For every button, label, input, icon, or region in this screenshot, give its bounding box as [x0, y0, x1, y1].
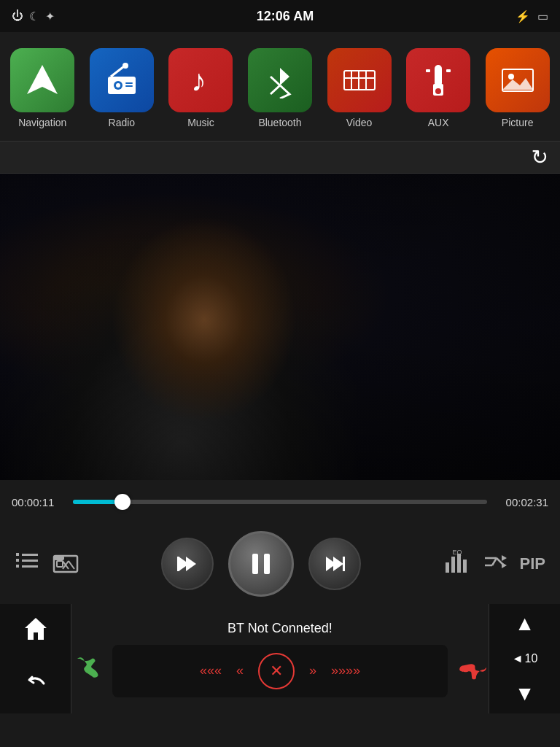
svg-line-52: [492, 558, 497, 565]
usb-icon: ⚡: [516, 9, 530, 23]
svg-marker-37: [186, 557, 196, 571]
svg-rect-16: [435, 65, 442, 87]
svg-rect-25: [16, 559, 19, 562]
volume-icon: ◄: [512, 652, 524, 665]
bt-controls: ««« « ✕ » »»»»: [112, 645, 448, 697]
progress-thumb[interactable]: [114, 494, 131, 510]
svg-point-7: [122, 63, 128, 69]
home-button[interactable]: [18, 611, 54, 652]
bt-status-text: BT Not Conneted!: [228, 621, 332, 636]
status-right-icons: ⚡ ▭: [516, 9, 548, 23]
pip-button[interactable]: PIP: [520, 554, 545, 573]
svg-rect-20: [446, 69, 451, 72]
current-time: 12:06 AM: [257, 9, 314, 24]
controls-area: EQ PIP: [0, 524, 560, 604]
volume-value: 10: [525, 652, 538, 665]
back-nav-button[interactable]: [18, 665, 54, 707]
svg-marker-55: [25, 618, 47, 640]
svg-line-10: [271, 85, 280, 94]
aux-icon: [406, 48, 470, 112]
svg-rect-26: [16, 565, 19, 568]
back-button[interactable]: ↺: [532, 145, 548, 169]
bt-prev-icon2: «: [236, 663, 244, 678]
svg-text:♪: ♪: [191, 63, 206, 98]
svg-point-22: [508, 74, 514, 80]
current-time-label: 00:00:11: [12, 496, 64, 508]
bt-reject-button[interactable]: ✕: [258, 653, 295, 689]
video-label: Video: [346, 117, 373, 128]
nav-buttons: [0, 604, 71, 713]
app-item-navigation[interactable]: Navigation: [10, 48, 74, 128]
pause-button[interactable]: [228, 531, 294, 597]
svg-rect-31: [54, 556, 64, 560]
svg-point-3: [116, 83, 120, 88]
app-item-aux[interactable]: AUX: [406, 48, 470, 128]
toolbar: ↺: [0, 142, 560, 174]
svg-rect-45: [451, 557, 455, 573]
volume-down-button[interactable]: ▼: [515, 682, 535, 705]
left-controls: [15, 549, 79, 579]
svg-rect-29: [22, 565, 38, 568]
svg-rect-24: [16, 553, 19, 556]
svg-rect-19: [426, 69, 430, 72]
picture-label: Picture: [502, 117, 534, 128]
next-button[interactable]: [308, 538, 361, 590]
video-player[interactable]: [0, 174, 560, 480]
folder-icon[interactable]: [52, 549, 79, 579]
svg-rect-43: [343, 557, 345, 571]
playback-controls: [161, 531, 361, 597]
status-bar: ⏻ ☾ ✦ 12:06 AM ⚡ ▭: [0, 0, 560, 32]
music-icon: ♪: [168, 48, 233, 112]
navigation-label: Navigation: [18, 117, 66, 128]
progress-area: 00:00:11 00:02:31: [0, 480, 560, 524]
end-call-button[interactable]: [459, 653, 489, 689]
navigation-icon: [10, 48, 74, 112]
bt-next-icon2: »»»»: [331, 663, 360, 678]
previous-button[interactable]: [161, 538, 214, 590]
shuffle-icon[interactable]: [482, 549, 508, 579]
brightness-icon[interactable]: ✦: [45, 9, 55, 23]
svg-marker-0: [27, 65, 58, 94]
total-time-label: 00:02:31: [496, 496, 548, 508]
svg-rect-5: [125, 85, 133, 87]
svg-rect-38: [177, 557, 179, 571]
volume-control: ▲ ◄ 10 ▼: [489, 604, 560, 713]
app-item-video[interactable]: Video: [327, 48, 392, 128]
app-item-picture[interactable]: Picture: [486, 48, 550, 128]
svg-rect-4: [125, 82, 133, 84]
bluetooth-label: Bluetooth: [258, 117, 301, 128]
svg-marker-42: [333, 557, 343, 571]
svg-rect-46: [457, 554, 461, 573]
picture-icon: [486, 48, 550, 112]
bottom-bar: BT Not Conneted! ««« « ✕ » »»»»: [0, 604, 560, 713]
music-label: Music: [187, 117, 214, 128]
svg-rect-44: [446, 562, 449, 573]
svg-rect-28: [22, 560, 38, 562]
power-icon[interactable]: ⏻: [12, 9, 23, 23]
moon-icon: ☾: [29, 9, 39, 23]
progress-track[interactable]: [73, 500, 487, 504]
svg-line-9: [271, 77, 280, 85]
svg-marker-23: [502, 78, 533, 90]
bt-prev-icon: «««: [200, 663, 222, 678]
eq-button[interactable]: EQ: [444, 549, 470, 579]
bt-next-icon: »: [309, 663, 316, 678]
answer-call-button[interactable]: [71, 653, 101, 689]
svg-rect-32: [57, 561, 63, 567]
app-grid: NavigationRadio♪MusicBluetoothVideoAUXPi…: [0, 32, 560, 142]
status-left-icons: ⏻ ☾ ✦: [12, 9, 55, 23]
svg-rect-27: [22, 554, 38, 556]
svg-rect-39: [252, 554, 258, 574]
app-item-bluetooth[interactable]: Bluetooth: [248, 48, 312, 128]
volume-up-button[interactable]: ▲: [515, 612, 535, 635]
radio-icon: [90, 48, 154, 112]
svg-rect-47: [463, 560, 467, 573]
bluetooth-icon: [248, 48, 312, 112]
display-icon: ▭: [537, 9, 548, 23]
svg-rect-40: [264, 554, 270, 574]
aux-label: AUX: [428, 117, 449, 128]
radio-label: Radio: [109, 117, 136, 128]
playlist-icon[interactable]: [15, 549, 41, 579]
app-item-radio[interactable]: Radio: [90, 48, 154, 128]
app-item-music[interactable]: ♪Music: [168, 48, 233, 128]
